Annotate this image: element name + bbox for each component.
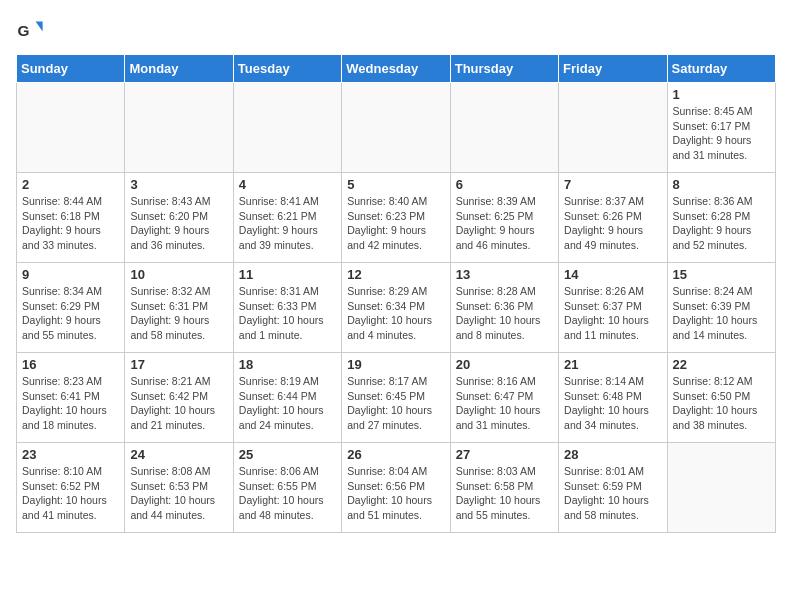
day-number: 15	[673, 267, 770, 282]
calendar-cell: 5Sunrise: 8:40 AM Sunset: 6:23 PM Daylig…	[342, 173, 450, 263]
day-info: Sunrise: 8:41 AM Sunset: 6:21 PM Dayligh…	[239, 194, 336, 253]
day-info: Sunrise: 8:37 AM Sunset: 6:26 PM Dayligh…	[564, 194, 661, 253]
day-info: Sunrise: 8:36 AM Sunset: 6:28 PM Dayligh…	[673, 194, 770, 253]
day-info: Sunrise: 8:31 AM Sunset: 6:33 PM Dayligh…	[239, 284, 336, 343]
day-number: 4	[239, 177, 336, 192]
calendar-header-row: SundayMondayTuesdayWednesdayThursdayFrid…	[17, 55, 776, 83]
day-number: 19	[347, 357, 444, 372]
calendar-cell	[17, 83, 125, 173]
day-number: 7	[564, 177, 661, 192]
day-number: 3	[130, 177, 227, 192]
calendar-cell: 14Sunrise: 8:26 AM Sunset: 6:37 PM Dayli…	[559, 263, 667, 353]
day-info: Sunrise: 8:28 AM Sunset: 6:36 PM Dayligh…	[456, 284, 553, 343]
calendar-cell: 19Sunrise: 8:17 AM Sunset: 6:45 PM Dayli…	[342, 353, 450, 443]
day-number: 26	[347, 447, 444, 462]
day-info: Sunrise: 8:23 AM Sunset: 6:41 PM Dayligh…	[22, 374, 119, 433]
day-info: Sunrise: 8:21 AM Sunset: 6:42 PM Dayligh…	[130, 374, 227, 433]
calendar-cell: 13Sunrise: 8:28 AM Sunset: 6:36 PM Dayli…	[450, 263, 558, 353]
calendar-cell: 12Sunrise: 8:29 AM Sunset: 6:34 PM Dayli…	[342, 263, 450, 353]
calendar-cell	[342, 83, 450, 173]
svg-marker-1	[36, 22, 43, 32]
calendar-cell: 9Sunrise: 8:34 AM Sunset: 6:29 PM Daylig…	[17, 263, 125, 353]
calendar-week-row: 16Sunrise: 8:23 AM Sunset: 6:41 PM Dayli…	[17, 353, 776, 443]
day-number: 16	[22, 357, 119, 372]
day-number: 22	[673, 357, 770, 372]
calendar-week-row: 1Sunrise: 8:45 AM Sunset: 6:17 PM Daylig…	[17, 83, 776, 173]
day-number: 14	[564, 267, 661, 282]
calendar-cell	[667, 443, 775, 533]
calendar-cell: 28Sunrise: 8:01 AM Sunset: 6:59 PM Dayli…	[559, 443, 667, 533]
calendar-cell: 22Sunrise: 8:12 AM Sunset: 6:50 PM Dayli…	[667, 353, 775, 443]
day-info: Sunrise: 8:40 AM Sunset: 6:23 PM Dayligh…	[347, 194, 444, 253]
day-of-week-header: Wednesday	[342, 55, 450, 83]
day-of-week-header: Monday	[125, 55, 233, 83]
day-info: Sunrise: 8:45 AM Sunset: 6:17 PM Dayligh…	[673, 104, 770, 163]
day-info: Sunrise: 8:12 AM Sunset: 6:50 PM Dayligh…	[673, 374, 770, 433]
day-info: Sunrise: 8:26 AM Sunset: 6:37 PM Dayligh…	[564, 284, 661, 343]
logo-icon: G	[16, 16, 44, 44]
calendar-cell: 24Sunrise: 8:08 AM Sunset: 6:53 PM Dayli…	[125, 443, 233, 533]
day-info: Sunrise: 8:44 AM Sunset: 6:18 PM Dayligh…	[22, 194, 119, 253]
day-info: Sunrise: 8:01 AM Sunset: 6:59 PM Dayligh…	[564, 464, 661, 523]
day-info: Sunrise: 8:39 AM Sunset: 6:25 PM Dayligh…	[456, 194, 553, 253]
calendar-week-row: 23Sunrise: 8:10 AM Sunset: 6:52 PM Dayli…	[17, 443, 776, 533]
calendar-cell: 2Sunrise: 8:44 AM Sunset: 6:18 PM Daylig…	[17, 173, 125, 263]
day-of-week-header: Thursday	[450, 55, 558, 83]
day-number: 28	[564, 447, 661, 462]
day-number: 20	[456, 357, 553, 372]
svg-text:G: G	[17, 22, 29, 39]
day-number: 21	[564, 357, 661, 372]
day-info: Sunrise: 8:14 AM Sunset: 6:48 PM Dayligh…	[564, 374, 661, 433]
calendar-cell	[125, 83, 233, 173]
calendar-cell: 20Sunrise: 8:16 AM Sunset: 6:47 PM Dayli…	[450, 353, 558, 443]
day-of-week-header: Friday	[559, 55, 667, 83]
day-number: 18	[239, 357, 336, 372]
calendar-cell: 18Sunrise: 8:19 AM Sunset: 6:44 PM Dayli…	[233, 353, 341, 443]
day-number: 11	[239, 267, 336, 282]
calendar-cell: 15Sunrise: 8:24 AM Sunset: 6:39 PM Dayli…	[667, 263, 775, 353]
calendar-cell: 11Sunrise: 8:31 AM Sunset: 6:33 PM Dayli…	[233, 263, 341, 353]
calendar-cell: 7Sunrise: 8:37 AM Sunset: 6:26 PM Daylig…	[559, 173, 667, 263]
logo: G	[16, 16, 48, 44]
calendar-cell: 17Sunrise: 8:21 AM Sunset: 6:42 PM Dayli…	[125, 353, 233, 443]
day-number: 10	[130, 267, 227, 282]
calendar-cell: 23Sunrise: 8:10 AM Sunset: 6:52 PM Dayli…	[17, 443, 125, 533]
calendar-week-row: 9Sunrise: 8:34 AM Sunset: 6:29 PM Daylig…	[17, 263, 776, 353]
day-info: Sunrise: 8:03 AM Sunset: 6:58 PM Dayligh…	[456, 464, 553, 523]
day-of-week-header: Sunday	[17, 55, 125, 83]
calendar-cell	[233, 83, 341, 173]
calendar-table: SundayMondayTuesdayWednesdayThursdayFrid…	[16, 54, 776, 533]
day-info: Sunrise: 8:10 AM Sunset: 6:52 PM Dayligh…	[22, 464, 119, 523]
day-of-week-header: Tuesday	[233, 55, 341, 83]
day-number: 2	[22, 177, 119, 192]
day-number: 25	[239, 447, 336, 462]
day-info: Sunrise: 8:34 AM Sunset: 6:29 PM Dayligh…	[22, 284, 119, 343]
calendar-cell: 16Sunrise: 8:23 AM Sunset: 6:41 PM Dayli…	[17, 353, 125, 443]
calendar-cell: 6Sunrise: 8:39 AM Sunset: 6:25 PM Daylig…	[450, 173, 558, 263]
day-number: 5	[347, 177, 444, 192]
calendar-cell: 4Sunrise: 8:41 AM Sunset: 6:21 PM Daylig…	[233, 173, 341, 263]
calendar-cell: 25Sunrise: 8:06 AM Sunset: 6:55 PM Dayli…	[233, 443, 341, 533]
calendar-cell: 8Sunrise: 8:36 AM Sunset: 6:28 PM Daylig…	[667, 173, 775, 263]
calendar-cell: 21Sunrise: 8:14 AM Sunset: 6:48 PM Dayli…	[559, 353, 667, 443]
day-info: Sunrise: 8:06 AM Sunset: 6:55 PM Dayligh…	[239, 464, 336, 523]
day-number: 24	[130, 447, 227, 462]
day-info: Sunrise: 8:16 AM Sunset: 6:47 PM Dayligh…	[456, 374, 553, 433]
day-of-week-header: Saturday	[667, 55, 775, 83]
page-header: G	[16, 16, 776, 44]
day-number: 12	[347, 267, 444, 282]
day-number: 9	[22, 267, 119, 282]
calendar-cell: 26Sunrise: 8:04 AM Sunset: 6:56 PM Dayli…	[342, 443, 450, 533]
day-info: Sunrise: 8:08 AM Sunset: 6:53 PM Dayligh…	[130, 464, 227, 523]
calendar-cell	[559, 83, 667, 173]
day-number: 17	[130, 357, 227, 372]
day-info: Sunrise: 8:29 AM Sunset: 6:34 PM Dayligh…	[347, 284, 444, 343]
day-info: Sunrise: 8:43 AM Sunset: 6:20 PM Dayligh…	[130, 194, 227, 253]
day-info: Sunrise: 8:19 AM Sunset: 6:44 PM Dayligh…	[239, 374, 336, 433]
day-number: 1	[673, 87, 770, 102]
calendar-cell: 1Sunrise: 8:45 AM Sunset: 6:17 PM Daylig…	[667, 83, 775, 173]
day-number: 13	[456, 267, 553, 282]
calendar-cell: 10Sunrise: 8:32 AM Sunset: 6:31 PM Dayli…	[125, 263, 233, 353]
day-number: 23	[22, 447, 119, 462]
day-info: Sunrise: 8:32 AM Sunset: 6:31 PM Dayligh…	[130, 284, 227, 343]
